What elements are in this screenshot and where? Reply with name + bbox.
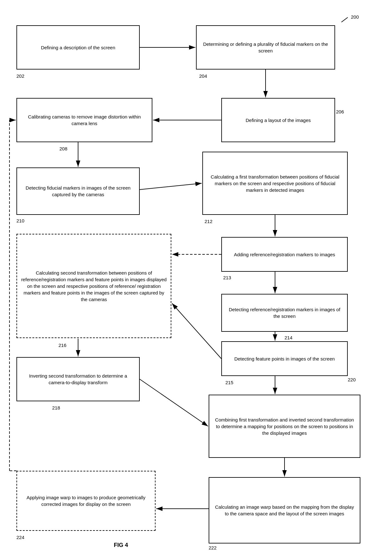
box-204: Determining or defining a plurality of f… [196, 25, 335, 70]
box-202: Defining a description of the screen [16, 25, 140, 70]
svg-line-2 [341, 17, 348, 22]
label-202: 202 [16, 73, 24, 79]
box-212: Calculating a first transformation betwe… [202, 152, 348, 215]
label-222: 222 [209, 545, 217, 550]
box-224: Applying image warp to images to produce… [16, 471, 156, 531]
box-214: Detecting reference/registration markers… [221, 294, 348, 332]
box-213: Adding reference/registration markers to… [221, 237, 348, 272]
box-206: Defining a layout of the images [221, 98, 335, 142]
svg-line-7 [140, 183, 202, 190]
fig-label: FIG 4 [114, 542, 128, 549]
label-212: 212 [205, 219, 212, 224]
label-214: 214 [285, 335, 292, 340]
label-200: 200 [351, 14, 359, 20]
box-216: Calculating second transformation betwee… [16, 234, 171, 338]
label-208: 208 [59, 146, 67, 151]
svg-line-11 [172, 303, 221, 359]
label-220: 220 [348, 377, 356, 382]
svg-line-14 [140, 379, 208, 426]
box-217: Inverting second transformation to deter… [16, 357, 140, 401]
label-224: 224 [16, 535, 24, 540]
label-204: 204 [199, 73, 207, 79]
box-208: Calibrating cameras to remove image dist… [16, 98, 152, 142]
box-210: Detecting fiducial markers in images of … [16, 167, 140, 215]
box-220: Combining first transformation and inver… [209, 395, 360, 458]
label-218: 218 [52, 405, 60, 410]
diagram: Defining a description of the screen Det… [0, 0, 392, 552]
label-213: 213 [223, 275, 231, 280]
label-216: 216 [58, 343, 66, 348]
label-206: 206 [336, 109, 344, 114]
box-215: Detecting feature points in images of th… [221, 341, 348, 376]
label-215: 215 [225, 380, 233, 385]
label-210: 210 [16, 218, 24, 223]
box-222: Calculating an image warp based on the m… [209, 477, 360, 543]
